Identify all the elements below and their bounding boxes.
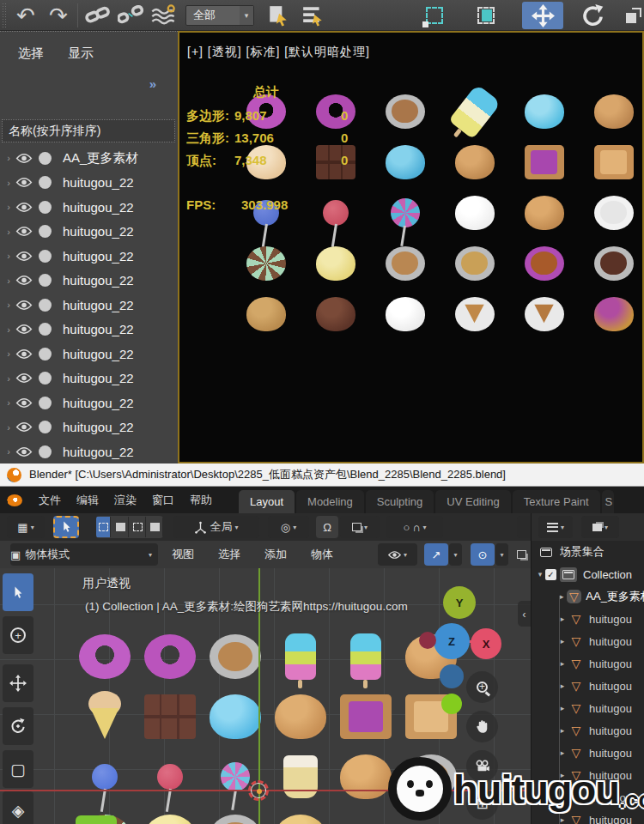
- gizmo-axis-y-neg[interactable]: [441, 694, 462, 714]
- model-pie-slice-on-plate[interactable]: [525, 297, 564, 331]
- scene-list-row[interactable]: ›huitugou_22: [0, 367, 178, 391]
- model-cupcake-blue[interactable]: [386, 145, 425, 179]
- model-popsicle-striped-2[interactable]: [350, 633, 381, 680]
- model-milkshake[interactable]: [283, 755, 318, 798]
- select-and-rotate-button[interactable]: [577, 2, 608, 29]
- model-croissant[interactable]: [275, 694, 326, 739]
- model-latte-cup[interactable]: [386, 246, 425, 281]
- freeze-dot-icon[interactable]: [39, 299, 52, 312]
- visibility-eye-icon[interactable]: [14, 300, 34, 311]
- model-cupcake-blue[interactable]: [210, 694, 261, 739]
- select-and-scale-button[interactable]: [618, 2, 644, 29]
- scene-list-row[interactable]: ›huitugou_22: [0, 244, 178, 269]
- freeze-dot-icon[interactable]: [39, 323, 52, 336]
- overlays-toggle-button[interactable]: ⊙: [471, 543, 495, 566]
- model-cookie[interactable]: [246, 297, 286, 331]
- proportional-editing-dropdown[interactable]: ○ ∩ ▾: [386, 516, 443, 538]
- scene-list-row[interactable]: ›huitugou_22: [0, 415, 178, 440]
- max-viewport[interactable]: [+] [透视] [标准] [默认明暗处理] 总计 多边形: 9,807 0 三…: [178, 31, 644, 464]
- model-baguette[interactable]: [340, 754, 392, 799]
- expander-open-icon[interactable]: ▾: [535, 570, 545, 579]
- model-donut-pink-bitten[interactable]: [144, 634, 196, 679]
- viewport-label[interactable]: [+] [透视] [标准] [默认明暗处理]: [187, 45, 370, 60]
- pan-hand-button[interactable]: [466, 711, 498, 742]
- mode-dropdown[interactable]: ▣ 物体模式 ▾: [10, 543, 158, 566]
- tab-sculpting[interactable]: Sculpting: [366, 490, 434, 513]
- visibility-eye-icon[interactable]: [14, 177, 34, 188]
- sort-column-header[interactable]: 名称(按升序排序): [2, 119, 175, 142]
- expander-icon[interactable]: ›: [3, 227, 14, 237]
- gizmo-axis-y[interactable]: Y: [443, 586, 476, 619]
- link-icon[interactable]: [82, 2, 113, 29]
- visibility-eye-icon[interactable]: [14, 226, 34, 237]
- tab-layout[interactable]: Layout: [239, 490, 295, 513]
- model-pizza-slice-on-plate[interactable]: [455, 297, 495, 331]
- model-cupcake-mint-swirl[interactable]: [246, 246, 286, 281]
- scene-list-row[interactable]: ›huitugou_22: [0, 293, 178, 318]
- active-tool-indicator[interactable]: [53, 516, 79, 538]
- select-and-move-button[interactable]: [522, 2, 563, 29]
- freeze-dot-icon[interactable]: [39, 421, 52, 433]
- gizmo-axis-x[interactable]: X: [471, 628, 501, 659]
- model-popsicle-striped[interactable]: [285, 633, 316, 680]
- menu-view[interactable]: 视图: [172, 547, 194, 562]
- model-donut-pink[interactable]: [79, 634, 131, 679]
- freeze-dot-icon[interactable]: [39, 372, 52, 385]
- menu-add[interactable]: 添加: [264, 547, 287, 562]
- scene-collection-row[interactable]: 场景集合: [532, 541, 644, 563]
- move-tool[interactable]: [3, 664, 33, 702]
- visibility-eye-icon[interactable]: [14, 397, 34, 409]
- gizmo-dropdown[interactable]: ▾: [449, 543, 462, 566]
- scene-list-row[interactable]: ›huitugou_22: [0, 195, 178, 220]
- model-pudding-plate[interactable]: [455, 246, 495, 281]
- model-croissant[interactable]: [455, 145, 495, 179]
- expander-icon[interactable]: ›: [3, 446, 14, 457]
- collection-row[interactable]: ▾ ✓ Collection: [532, 563, 644, 585]
- overlays-dropdown[interactable]: ▾: [495, 543, 508, 566]
- zoom-button[interactable]: [466, 671, 498, 703]
- sidebar-toggle[interactable]: ‹: [518, 601, 531, 627]
- expander-icon[interactable]: ›: [3, 422, 14, 433]
- model-chocolate-cake[interactable]: [316, 297, 355, 331]
- freeze-dot-icon[interactable]: [39, 250, 52, 263]
- model-icecream-scoop-blue[interactable]: [525, 94, 564, 129]
- outliner-row[interactable]: ▸▽huitugou: [532, 652, 644, 675]
- scene-list-row[interactable]: ›AA_更多素材: [0, 146, 178, 171]
- model-cupcake-yellow[interactable]: [144, 815, 196, 824]
- scene-list-row[interactable]: ›huitugou_22: [0, 342, 178, 367]
- outliner-row[interactable]: ▸▽huitugou: [532, 697, 644, 719]
- freeze-dot-icon[interactable]: [39, 274, 52, 287]
- bind-spacewarp-icon[interactable]: [148, 2, 179, 29]
- menu-window[interactable]: 窗口: [152, 493, 174, 508]
- visibility-eye-icon[interactable]: [14, 275, 34, 286]
- visibility-eye-icon[interactable]: [14, 202, 34, 213]
- rectangular-selection-region-icon[interactable]: [419, 2, 450, 29]
- select-by-name-icon[interactable]: [297, 2, 328, 29]
- expander-icon[interactable]: ›: [3, 153, 14, 163]
- tab-texture-paint[interactable]: Texture Paint: [513, 490, 600, 513]
- expander-icon[interactable]: ›: [3, 324, 14, 335]
- collection-checkbox[interactable]: ✓: [545, 569, 556, 580]
- menu-render[interactable]: 渲染: [114, 493, 137, 508]
- freeze-dot-icon[interactable]: [39, 348, 52, 360]
- visibility-dropdown[interactable]: ▾: [378, 543, 417, 566]
- freeze-dot-icon[interactable]: [39, 152, 52, 165]
- selection-filter-dropdown[interactable]: 全部 ▾: [185, 5, 254, 26]
- outliner-row[interactable]: ▸▽huitugou: [532, 630, 644, 652]
- tab-shading-partial[interactable]: S: [602, 490, 614, 513]
- visibility-eye-icon[interactable]: [14, 324, 34, 335]
- model-lollipop-swirl[interactable]: [391, 198, 420, 227]
- expander-icon[interactable]: ›: [3, 276, 14, 286]
- model-icecream-cone[interactable]: [79, 694, 131, 739]
- select-box-tool[interactable]: [3, 573, 33, 611]
- menu-select[interactable]: 选择: [218, 547, 240, 562]
- scene-list-row[interactable]: ›huitugou_22: [0, 220, 178, 245]
- select-object-icon[interactable]: [263, 2, 294, 29]
- visibility-eye-icon[interactable]: [14, 421, 34, 433]
- redo-button[interactable]: ↷: [43, 2, 74, 29]
- scale-tool[interactable]: ▢: [3, 750, 33, 788]
- menu-edit[interactable]: 编辑: [76, 493, 99, 508]
- model-latte-cup[interactable]: [210, 815, 261, 824]
- scene-list-row[interactable]: ›huitugou_22: [0, 439, 178, 464]
- gizmo-toggle-button[interactable]: ↗: [424, 543, 448, 566]
